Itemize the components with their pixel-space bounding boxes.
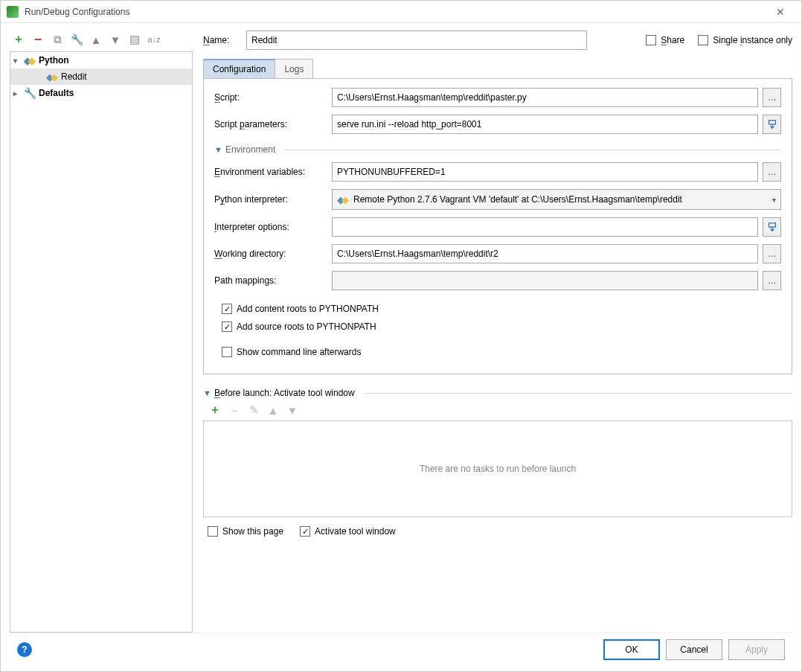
right-panel: Name: Share Single instance only Configu…: [203, 31, 792, 633]
interpreter-options-input[interactable]: [332, 217, 758, 237]
edit-env-vars-button[interactable]: …: [763, 162, 781, 182]
interpreter-options-label: Interpreter options:: [214, 222, 332, 232]
app-icon: [7, 6, 19, 18]
share-checkbox[interactable]: Share: [646, 35, 684, 45]
edit-path-mappings-button[interactable]: …: [763, 271, 781, 290]
remove-icon[interactable]: −: [32, 33, 44, 45]
script-params-input[interactable]: [332, 115, 758, 134]
single-instance-checkbox[interactable]: Single instance only: [698, 35, 792, 45]
add-content-roots-checkbox[interactable]: ✓Add content roots to PYTHONPATH: [222, 304, 781, 314]
wrench-icon: 🔧: [24, 87, 36, 99]
cancel-button[interactable]: Cancel: [666, 639, 722, 660]
apply-button[interactable]: Apply: [728, 639, 785, 660]
move-task-up-icon[interactable]: ▲: [267, 404, 279, 416]
path-mappings-input[interactable]: [332, 271, 758, 290]
tab-configuration-body: Script: … Script parameters:: [203, 79, 792, 374]
python-icon: ◆◆: [337, 194, 349, 205]
script-input[interactable]: [332, 88, 758, 107]
add-task-icon[interactable]: +: [209, 404, 221, 416]
no-tasks-label: There are no tasks to run before launch: [420, 464, 576, 474]
copy-icon[interactable]: ⧉: [51, 33, 63, 45]
working-dir-label: Working directory:: [214, 249, 332, 259]
python-icon: ◆◆: [24, 54, 36, 66]
activate-tool-window-checkbox[interactable]: ✓Activate tool window: [300, 526, 396, 537]
help-button[interactable]: ?: [17, 642, 32, 657]
name-input[interactable]: [246, 31, 587, 50]
dialog-body: + − ⧉ 🔧 ▲ ▼ ▤ a↓z ▾ ◆◆ Python: [1, 23, 801, 671]
before-launch-toolbar: + − ✎ ▲ ▼: [209, 404, 792, 416]
python-icon: ◆◆: [46, 71, 58, 83]
env-vars-input[interactable]: [332, 162, 758, 182]
chevron-down-icon: ▾: [772, 196, 776, 204]
script-params-label: Script parameters:: [214, 119, 332, 129]
env-vars-label: Environment variables:: [214, 167, 332, 177]
config-tree[interactable]: ▾ ◆◆ Python ◆◆ Reddit ▸ 🔧 Defaults: [10, 51, 193, 633]
left-panel: + − ⧉ 🔧 ▲ ▼ ▤ a↓z ▾ ◆◆ Python: [10, 31, 193, 633]
script-label: Script:: [214, 92, 332, 103]
browse-workdir-button[interactable]: …: [763, 244, 781, 263]
tree-node-reddit[interactable]: ◆◆ Reddit: [10, 68, 192, 85]
edit-task-icon[interactable]: ✎: [248, 404, 260, 416]
python-interpreter-dropdown[interactable]: ◆◆ Remote Python 2.7.6 Vagrant VM 'defau…: [332, 189, 781, 210]
add-source-roots-checkbox[interactable]: ✓Add source roots to PYTHONPATH: [222, 321, 781, 332]
before-launch-section: ▼Before launch: Activate tool window + −…: [203, 385, 792, 537]
path-mappings-label: Path mappings:: [214, 275, 332, 286]
config-toolbar: + − ⧉ 🔧 ▲ ▼ ▤ a↓z: [10, 31, 193, 48]
expand-params-button[interactable]: [763, 115, 781, 134]
tree-node-python[interactable]: ▾ ◆◆ Python: [10, 52, 192, 68]
settings-icon[interactable]: 🔧: [71, 33, 83, 45]
close-icon[interactable]: ✕: [766, 6, 795, 18]
svg-rect-0: [769, 121, 775, 124]
working-dir-input[interactable]: [332, 244, 758, 263]
browse-script-button[interactable]: …: [763, 88, 781, 107]
titlebar: Run/Debug Configurations ✕: [1, 1, 801, 23]
move-task-down-icon[interactable]: ▼: [286, 404, 298, 416]
sort-icon[interactable]: a↓z: [148, 33, 160, 45]
ok-button[interactable]: OK: [603, 639, 660, 660]
environment-section-header[interactable]: ▼Environment: [214, 144, 781, 155]
move-up-icon[interactable]: ▲: [90, 33, 102, 45]
show-cmd-checkbox[interactable]: Show command line afterwards: [222, 347, 781, 357]
show-this-page-checkbox[interactable]: Show this page: [208, 526, 283, 537]
window-title: Run/Debug Configurations: [25, 7, 766, 17]
tab-logs[interactable]: Logs: [275, 59, 313, 78]
name-label: Name:: [203, 35, 239, 45]
tab-configuration[interactable]: Configuration: [203, 59, 275, 78]
folder-icon[interactable]: ▤: [129, 33, 141, 45]
expand-interp-opts-button[interactable]: [763, 217, 781, 237]
move-down-icon[interactable]: ▼: [109, 33, 121, 45]
svg-rect-1: [769, 223, 775, 227]
before-launch-tasks-list[interactable]: There are no tasks to run before launch: [203, 420, 792, 517]
before-launch-header[interactable]: ▼Before launch: Activate tool window: [203, 388, 792, 398]
python-interpreter-label: Python interpreter:: [214, 194, 332, 205]
add-icon[interactable]: +: [13, 33, 25, 45]
tree-node-defaults[interactable]: ▸ 🔧 Defaults: [10, 85, 192, 101]
remove-task-icon[interactable]: −: [228, 404, 240, 416]
run-debug-config-dialog: Run/Debug Configurations ✕ + − ⧉ 🔧 ▲ ▼ ▤…: [0, 0, 802, 672]
tabs: Configuration Logs: [203, 59, 792, 79]
dialog-footer: ? OK Cancel Apply: [10, 633, 792, 665]
